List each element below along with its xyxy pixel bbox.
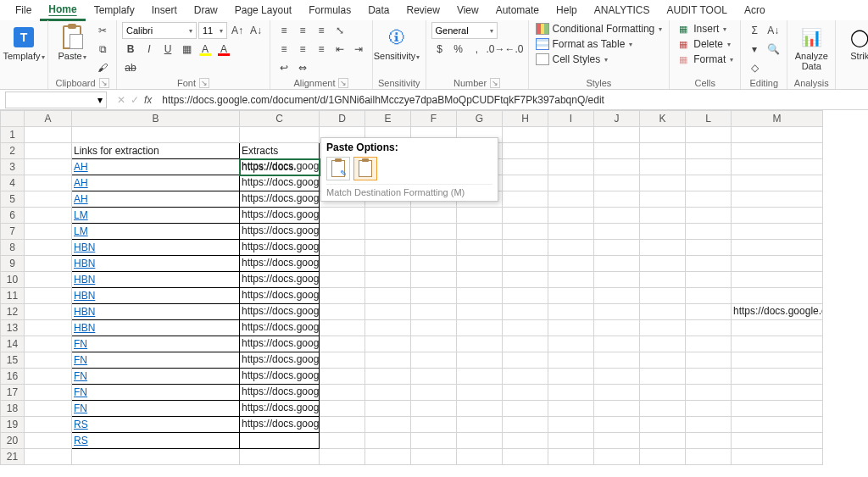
cell-B15[interactable]: FN (72, 352, 240, 369)
cell-D18[interactable] (320, 401, 365, 417)
column-header-A[interactable]: A (25, 111, 72, 127)
tab-help[interactable]: Help (548, 1, 586, 19)
cell-G10[interactable] (457, 272, 503, 288)
cell-A17[interactable] (25, 385, 72, 401)
cell-B17[interactable]: FN (72, 385, 240, 401)
cell-J6[interactable] (594, 208, 640, 224)
cell-G12[interactable] (457, 304, 503, 320)
cell-J11[interactable] (594, 288, 640, 304)
align-middle-button[interactable]: ≡ (294, 22, 311, 39)
align-right-button[interactable]: ≡ (313, 41, 330, 58)
cut-button[interactable]: ✂ (94, 22, 111, 39)
cell-L14[interactable] (686, 336, 732, 352)
cell-A2[interactable] (25, 143, 72, 159)
column-header-J[interactable]: J (594, 111, 640, 127)
cell-F18[interactable] (411, 401, 457, 417)
cell-K14[interactable] (640, 336, 686, 352)
paste-option-keep-source[interactable] (326, 157, 350, 180)
name-box-arrow[interactable]: ▾ (97, 94, 103, 106)
cell-K13[interactable] (640, 320, 686, 336)
cell-E14[interactable] (365, 336, 411, 352)
cell-H19[interactable] (503, 417, 548, 433)
cell-J18[interactable] (594, 401, 640, 417)
row-header-21[interactable]: 21 (1, 449, 25, 465)
cell-F19[interactable] (411, 417, 457, 433)
cell-M21[interactable] (732, 449, 823, 465)
cell-J17[interactable] (594, 385, 640, 401)
cell-L13[interactable] (686, 320, 732, 336)
cell-I7[interactable] (548, 224, 594, 240)
cell-C15[interactable]: https://docs.google.com/document/d/1GNNi… (240, 352, 320, 369)
cell-E7[interactable] (365, 224, 411, 240)
alignment-launcher[interactable]: ↘ (338, 78, 348, 88)
cell-H6[interactable] (503, 208, 548, 224)
cell-L2[interactable] (686, 143, 732, 159)
font-launcher[interactable]: ↘ (199, 78, 209, 88)
column-header-B[interactable]: B (72, 111, 240, 127)
cell-E17[interactable] (365, 385, 411, 401)
cell-L20[interactable] (686, 433, 732, 449)
tab-data[interactable]: Data (359, 1, 398, 19)
cell-B18[interactable]: FN (72, 401, 240, 417)
tab-formulas[interactable]: Formulas (300, 1, 359, 19)
cell-L10[interactable] (686, 272, 732, 288)
cell-J21[interactable] (594, 449, 640, 465)
cell-G14[interactable] (457, 336, 503, 352)
cell-L9[interactable] (686, 256, 732, 272)
cell-B21[interactable] (72, 449, 240, 465)
row-header-14[interactable]: 14 (1, 336, 25, 352)
cell-A6[interactable] (25, 208, 72, 224)
number-launcher[interactable]: ↘ (490, 78, 500, 88)
clipboard-launcher[interactable]: ↘ (99, 78, 109, 88)
font-color-button[interactable]: A (215, 41, 232, 58)
row-header-8[interactable]: 8 (1, 240, 25, 256)
cell-B14[interactable]: FN (72, 336, 240, 352)
cell-F15[interactable] (411, 352, 457, 369)
cell-M12[interactable]: https://docs.google.com (732, 304, 823, 320)
cell-A10[interactable] (25, 272, 72, 288)
cell-K20[interactable] (640, 433, 686, 449)
cell-H7[interactable] (503, 224, 548, 240)
cell-I6[interactable] (548, 208, 594, 224)
cell-M18[interactable] (732, 401, 823, 417)
format-painter-button[interactable]: 🖌 (94, 59, 111, 76)
cell-K8[interactable] (640, 240, 686, 256)
tab-page-layout[interactable]: Page Layout (226, 1, 300, 19)
cell-L3[interactable] (686, 159, 732, 175)
insert-function-button[interactable]: fx (144, 94, 152, 106)
cell-H18[interactable] (503, 401, 548, 417)
cell-G15[interactable] (457, 352, 503, 369)
cancel-formula-button[interactable]: ✕ (117, 94, 125, 106)
cell-L16[interactable] (686, 369, 732, 385)
cell-M3[interactable] (732, 159, 823, 175)
cell-E19[interactable] (365, 417, 411, 433)
cell-M10[interactable] (732, 272, 823, 288)
cell-M6[interactable] (732, 208, 823, 224)
cell-F17[interactable] (411, 385, 457, 401)
cell-L1[interactable] (686, 127, 732, 143)
cell-D7[interactable] (320, 224, 365, 240)
cell-H8[interactable] (503, 240, 548, 256)
cell-K19[interactable] (640, 417, 686, 433)
formula-input[interactable] (157, 92, 868, 108)
tab-draw[interactable]: Draw (186, 1, 226, 19)
cell-E12[interactable] (365, 304, 411, 320)
cell-M8[interactable] (732, 240, 823, 256)
bold-button[interactable]: B (122, 41, 139, 58)
cell-H13[interactable] (503, 320, 548, 336)
cell-B4[interactable]: AH (72, 175, 240, 191)
cell-A5[interactable] (25, 191, 72, 208)
cell-M1[interactable] (732, 127, 823, 143)
cell-C7[interactable]: https://docs.google.com/document/d/1GNNi… (240, 224, 320, 240)
decrease-font-button[interactable]: A↓ (248, 22, 264, 39)
cell-L15[interactable] (686, 352, 732, 369)
cell-A20[interactable] (25, 433, 72, 449)
cell-H1[interactable] (503, 127, 548, 143)
cell-G21[interactable] (457, 449, 503, 465)
font-size-combo[interactable]: 11▾ (198, 22, 227, 39)
templafy-button[interactable]: T Templafy (5, 22, 42, 62)
cell-E11[interactable] (365, 288, 411, 304)
cell-I3[interactable] (548, 159, 594, 175)
cell-A12[interactable] (25, 304, 72, 320)
strikethrough-button[interactable]: ab (122, 59, 139, 76)
